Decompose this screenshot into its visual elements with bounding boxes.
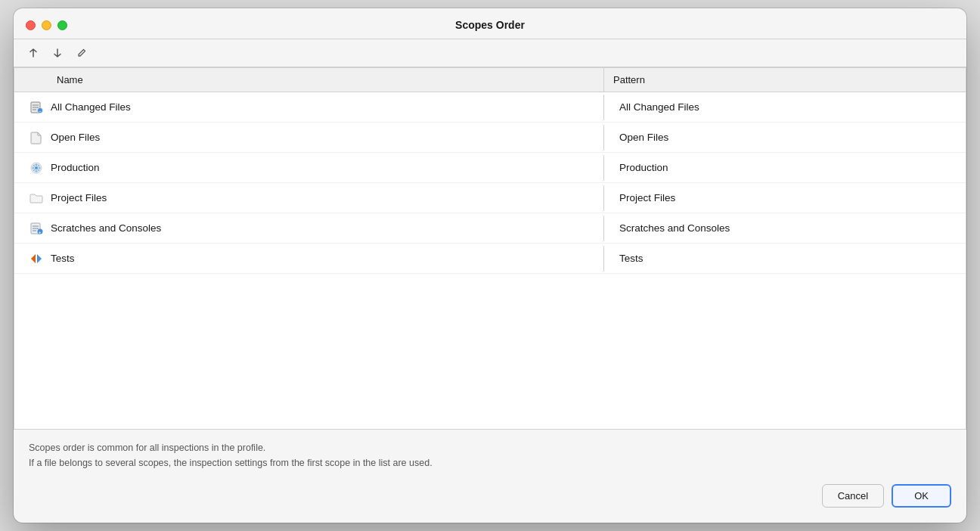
scope-name: Scratches and Consoles: [51, 222, 161, 234]
pattern-cell: All Changed Files: [604, 95, 966, 119]
footer-line1: Scopes order is common for all inspectio…: [29, 440, 951, 455]
table-row[interactable]: TestsTests: [14, 244, 966, 274]
toolbar: [14, 39, 966, 67]
button-bar: Cancel OK: [14, 477, 966, 523]
title-bar: Scopes Order: [14, 8, 966, 39]
table-body: ~ All Changed FilesAll Changed Files Ope…: [14, 92, 966, 274]
pattern-cell: Tests: [604, 247, 966, 270]
svg-marker-14: [31, 254, 36, 263]
svg-text:~: ~: [39, 108, 42, 113]
production-icon: [29, 161, 43, 175]
name-cell: + Scratches and Consoles: [14, 216, 604, 241]
col-pattern-header: Pattern: [604, 68, 966, 92]
pattern-cell: Open Files: [604, 126, 966, 149]
maximize-button[interactable]: [57, 20, 67, 30]
svg-marker-15: [37, 254, 42, 263]
pattern-cell: Scratches and Consoles: [604, 216, 966, 240]
dialog-title: Scopes Order: [455, 19, 525, 31]
edit-button[interactable]: [71, 44, 92, 62]
scope-name: Open Files: [51, 132, 100, 143]
scope-name: Project Files: [51, 192, 107, 203]
table-row[interactable]: ~ All Changed FilesAll Changed Files: [14, 92, 966, 123]
name-cell: Tests: [14, 246, 604, 272]
scope-name: All Changed Files: [51, 101, 131, 113]
pattern-cell: Production: [604, 156, 966, 179]
tests-icon: [29, 252, 43, 266]
cancel-button[interactable]: Cancel: [822, 484, 884, 508]
col-name-header: Name: [14, 68, 604, 92]
scopes-table: Name Pattern ~ All Changed FilesAll Chan…: [14, 67, 966, 430]
footer-line2: If a file belongs to several scopes, the…: [29, 455, 951, 470]
table-row[interactable]: Open FilesOpen Files: [14, 123, 966, 153]
table-header: Name Pattern: [14, 68, 966, 92]
name-cell: Open Files: [14, 125, 604, 151]
pattern-cell: Project Files: [604, 186, 966, 210]
move-up-button[interactable]: [23, 44, 44, 62]
name-cell: Project Files: [14, 185, 604, 211]
open-file-icon: [29, 131, 43, 144]
name-cell: ~ All Changed Files: [14, 95, 604, 120]
minimize-button[interactable]: [42, 20, 51, 30]
scope-name: Tests: [51, 253, 75, 264]
svg-point-7: [35, 166, 38, 169]
scope-name: Production: [51, 162, 100, 173]
table-row[interactable]: ProductionProduction: [14, 153, 966, 183]
traffic-lights: [26, 20, 67, 30]
changed-files-icon: ~: [29, 101, 43, 114]
move-down-button[interactable]: [47, 44, 68, 62]
name-cell: Production: [14, 155, 604, 181]
ok-button[interactable]: OK: [892, 484, 951, 508]
footer-text: Scopes order is common for all inspectio…: [14, 430, 966, 477]
scratches-icon: +: [29, 222, 43, 235]
table-row[interactable]: + Scratches and ConsolesScratches and Co…: [14, 213, 966, 244]
table-row[interactable]: Project FilesProject Files: [14, 183, 966, 213]
scopes-order-dialog: Scopes Order Name Pattern: [14, 8, 966, 523]
close-button[interactable]: [26, 20, 36, 30]
svg-text:+: +: [39, 229, 41, 234]
folder-icon: [29, 191, 43, 205]
